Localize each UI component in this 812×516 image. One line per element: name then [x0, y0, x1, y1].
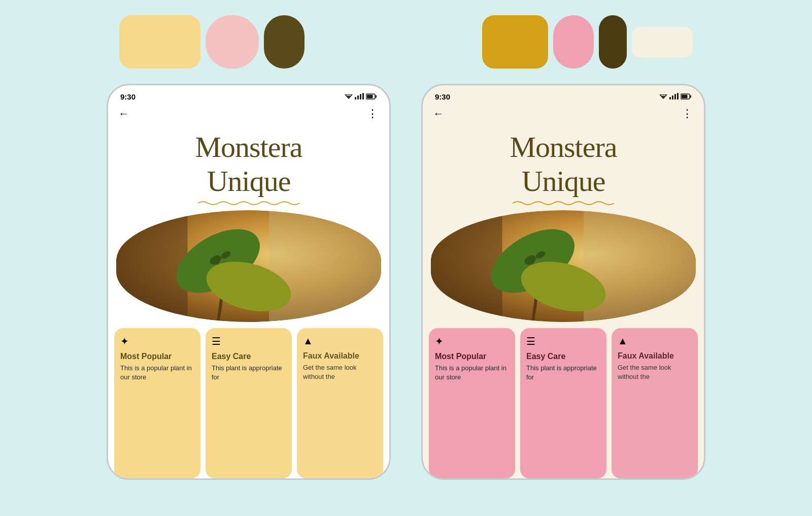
back-button-left[interactable]: ←: [118, 107, 129, 120]
phone-right: 9:30: [421, 84, 705, 480]
left-swatch-2: [206, 15, 259, 69]
cards-row-right: ✦ Most Popular This is a popular plant i…: [423, 322, 704, 478]
battery-icon: [366, 93, 377, 101]
card-icon-faux-left: ▲: [303, 335, 377, 347]
phone-left: 9:30: [107, 84, 391, 480]
plant-title-line2-left: Unique: [118, 165, 379, 199]
right-swatch-4: [632, 27, 693, 57]
card-desc-faux-left: Get the same look without the: [303, 363, 377, 381]
svg-rect-22: [669, 97, 671, 100]
svg-rect-3: [355, 97, 356, 100]
menu-button-left[interactable]: ⋮: [367, 107, 379, 120]
right-swatch-3: [599, 15, 627, 69]
svg-rect-11: [269, 210, 381, 322]
card-title-care-right: Easy Care: [526, 351, 600, 361]
card-desc-care-left: This plant is appropriate for: [212, 364, 286, 382]
svg-rect-27: [690, 95, 692, 98]
card-title-faux-left: Faux Available: [303, 351, 377, 361]
svg-rect-8: [376, 95, 377, 98]
svg-rect-31: [431, 210, 502, 322]
plant-title-line1-left: Monstera: [118, 131, 379, 165]
card-desc-popular-right: This is a popular plant in our store: [435, 364, 509, 382]
svg-rect-5: [360, 94, 361, 100]
right-palette: [482, 15, 693, 69]
wavy-underline-left: [164, 200, 333, 206]
nav-bar-left: ← ⋮: [108, 105, 389, 125]
card-icon-faux-right: ▲: [618, 335, 692, 347]
battery-icon-right: [681, 93, 692, 101]
card-desc-faux-right: Get the same look without the: [618, 363, 692, 381]
card-title-care-left: Easy Care: [212, 351, 286, 361]
menu-button-right[interactable]: ⋮: [682, 107, 694, 120]
svg-rect-25: [677, 93, 679, 100]
plant-title-line1-right: Monstera: [433, 131, 694, 165]
right-swatch-1: [482, 15, 548, 69]
left-swatch-3: [264, 15, 304, 69]
plant-title-line2-right: Unique: [433, 165, 694, 199]
wifi-icon-right: [659, 93, 667, 101]
time-right: 9:30: [435, 92, 450, 101]
svg-rect-23: [672, 95, 673, 100]
status-bar-right: 9:30: [423, 85, 704, 105]
nav-bar-right: ← ⋮: [423, 105, 704, 125]
svg-rect-28: [682, 94, 688, 98]
signal-icon-right: [669, 93, 679, 101]
signal-icon: [355, 93, 364, 101]
card-care-right: ☰ Easy Care This plant is appropriate fo…: [520, 328, 606, 478]
card-title-faux-right: Faux Available: [618, 351, 692, 361]
svg-rect-12: [116, 210, 188, 322]
card-faux-right: ▲ Faux Available Get the same look witho…: [612, 328, 698, 478]
svg-rect-9: [367, 94, 373, 98]
svg-rect-4: [357, 95, 359, 100]
svg-rect-30: [584, 210, 696, 322]
left-palette: [119, 15, 304, 69]
plant-title-left: Monstera Unique: [108, 125, 389, 200]
card-title-popular-left: Most Popular: [120, 351, 194, 361]
plant-title-right: Monstera Unique: [423, 125, 704, 200]
card-popular-left: ✦ Most Popular This is a popular plant i…: [114, 328, 200, 478]
svg-rect-24: [674, 94, 676, 100]
card-desc-popular-left: This is a popular plant in our store: [120, 364, 194, 382]
plant-image-right: [431, 210, 696, 322]
wifi-icon: [345, 93, 353, 101]
plant-image-left: [116, 210, 381, 322]
card-care-left: ☰ Easy Care This plant is appropriate fo…: [206, 328, 292, 478]
cards-row-left: ✦ Most Popular This is a popular plant i…: [108, 322, 389, 478]
card-icon-popular-right: ✦: [435, 335, 509, 347]
svg-rect-6: [362, 93, 364, 100]
status-icons-left: [345, 93, 377, 101]
card-faux-left: ▲ Faux Available Get the same look witho…: [297, 328, 383, 478]
phones-section: 9:30: [30, 84, 782, 480]
card-icon-care-left: ☰: [212, 335, 286, 347]
time-left: 9:30: [120, 92, 136, 101]
wavy-underline-right: [479, 200, 648, 206]
right-swatch-2: [553, 15, 594, 69]
card-icon-popular-left: ✦: [120, 335, 194, 347]
card-title-popular-right: Most Popular: [435, 351, 509, 361]
card-icon-care-right: ☰: [526, 335, 600, 347]
left-swatch-1: [119, 15, 200, 69]
card-desc-care-right: This plant is appropriate for: [526, 364, 600, 382]
top-palettes: [30, 15, 782, 69]
status-icons-right: [659, 93, 692, 101]
back-button-right[interactable]: ←: [433, 107, 444, 120]
status-bar-left: 9:30: [108, 85, 389, 105]
card-popular-right: ✦ Most Popular This is a popular plant i…: [429, 328, 515, 478]
